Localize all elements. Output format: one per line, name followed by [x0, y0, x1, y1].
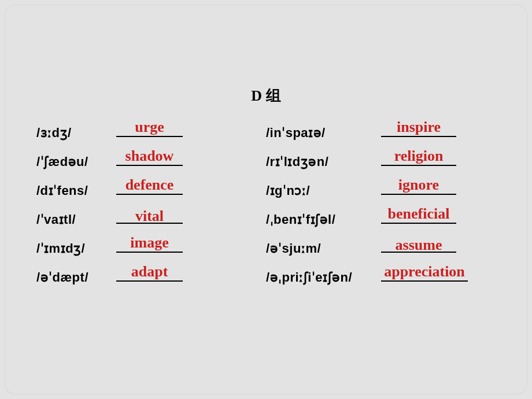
- phonetic-text: /ˈɪmɪdʒ/: [36, 241, 112, 262]
- answer-text: shadow: [125, 147, 174, 165]
- phonetic-text: /ɪgˈnɔː/: [266, 183, 379, 204]
- list-item: /ɜːdʒ/ urge: [36, 117, 266, 146]
- left-column: /ɜːdʒ/ urge /ˈʃædəu/ shadow /dɪˈfens/ de…: [36, 117, 266, 291]
- answer-text: inspire: [397, 119, 441, 136]
- answer-text: defence: [125, 176, 174, 194]
- answer-text: image: [130, 234, 168, 252]
- underline: [116, 280, 183, 282]
- phonetic-text: /inˈspaɪə/: [266, 125, 379, 146]
- answer-blank: defence: [116, 194, 183, 204]
- answer-text: vital: [135, 208, 164, 225]
- list-item: /əˌpriːʃiˈeɪʃən/ appreciation: [266, 262, 496, 291]
- answer-blank: beneficial: [381, 223, 456, 233]
- answer-text: ignore: [398, 176, 439, 194]
- answer-text: religion: [394, 147, 444, 165]
- underline: [116, 165, 183, 166]
- phonetic-text: /əˌpriːʃiˈeɪʃən/: [266, 270, 379, 291]
- list-item: /ˌbenɪˈfɪʃəl/ beneficial: [266, 204, 496, 233]
- underline: [116, 194, 183, 195]
- answer-text: appreciation: [384, 263, 465, 280]
- phonetic-text: /ˈvaɪtl/: [36, 212, 112, 233]
- answer-blank: assume: [381, 252, 456, 262]
- underline: [381, 223, 456, 224]
- group-title: D 组: [5, 86, 527, 106]
- answer-blank: adapt: [116, 280, 183, 291]
- answer-text: beneficial: [388, 205, 450, 223]
- list-item: /ɪgˈnɔː/ ignore: [266, 175, 496, 204]
- answer-blank: image: [116, 252, 183, 262]
- answer-blank: urge: [116, 136, 183, 146]
- phonetic-text: /ˌbenɪˈfɪʃəl/: [266, 212, 379, 233]
- answer-blank: religion: [381, 165, 456, 175]
- answer-blank: shadow: [116, 165, 183, 175]
- columns-wrap: /ɜːdʒ/ urge /ˈʃædəu/ shadow /dɪˈfens/ de…: [5, 117, 527, 291]
- phonetic-text: /rɪˈlɪdʒən/: [266, 154, 379, 175]
- right-column: /inˈspaɪə/ inspire /rɪˈlɪdʒən/ religion …: [266, 117, 496, 291]
- answer-text: urge: [135, 119, 164, 136]
- list-item: /rɪˈlɪdʒən/ religion: [266, 146, 496, 175]
- list-item: /əˈsjuːm/ assume: [266, 233, 496, 262]
- list-item: /ˈvaɪtl/ vital: [36, 204, 266, 233]
- list-item: /inˈspaɪə/ inspire: [266, 117, 496, 146]
- answer-blank: inspire: [381, 136, 456, 146]
- underline: [381, 280, 468, 282]
- underline: [381, 165, 456, 166]
- phonetic-text: /dɪˈfens/: [36, 183, 112, 204]
- list-item: /əˈdæpt/ adapt: [36, 262, 266, 291]
- phonetic-text: /ɜːdʒ/: [36, 125, 112, 146]
- slide-container: D 组 /ɜːdʒ/ urge /ˈʃædəu/ shadow /dɪˈfens…: [5, 5, 527, 394]
- phonetic-text: /əˈsjuːm/: [266, 241, 379, 262]
- answer-blank: vital: [116, 223, 183, 233]
- underline: [116, 252, 183, 253]
- underline: [381, 194, 456, 195]
- phonetic-text: /ˈʃædəu/: [36, 154, 112, 175]
- answer-blank: appreciation: [381, 280, 468, 291]
- phonetic-text: /əˈdæpt/: [36, 270, 112, 291]
- underline: [381, 136, 456, 137]
- list-item: /dɪˈfens/ defence: [36, 175, 266, 204]
- list-item: /ˈɪmɪdʒ/ image: [36, 233, 266, 262]
- answer-text: adapt: [131, 263, 168, 280]
- answer-blank: ignore: [381, 194, 456, 204]
- answer-text: assume: [396, 237, 442, 254]
- list-item: /ˈʃædəu/ shadow: [36, 146, 266, 175]
- underline: [116, 136, 183, 137]
